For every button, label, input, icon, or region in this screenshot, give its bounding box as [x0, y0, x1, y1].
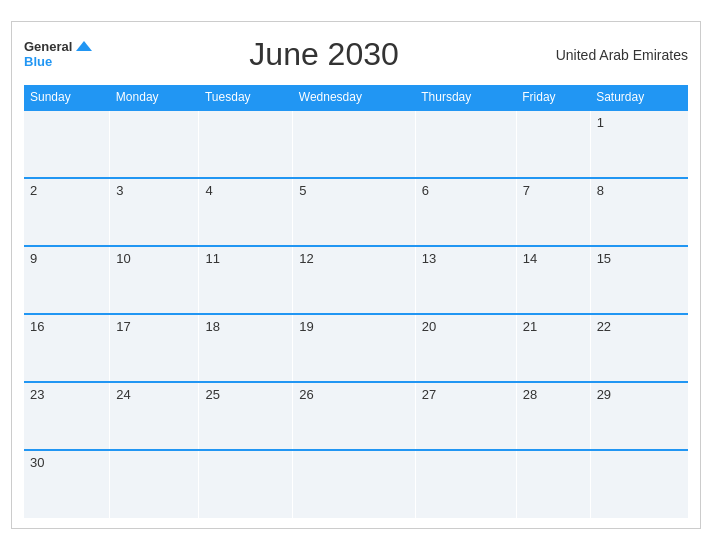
calendar-day-cell [110, 110, 199, 178]
calendar-day-cell: 1 [590, 110, 688, 178]
calendar-day-cell: 29 [590, 382, 688, 450]
day-number: 25 [205, 387, 219, 402]
calendar-day-cell: 9 [24, 246, 110, 314]
day-number: 6 [422, 183, 429, 198]
day-number: 3 [116, 183, 123, 198]
calendar-week-row: 23242526272829 [24, 382, 688, 450]
month-title: June 2030 [249, 36, 398, 73]
calendar-day-cell: 11 [199, 246, 293, 314]
day-number: 18 [205, 319, 219, 334]
calendar-day-cell: 8 [590, 178, 688, 246]
day-number: 20 [422, 319, 436, 334]
day-number: 28 [523, 387, 537, 402]
calendar-day-cell [199, 450, 293, 518]
day-number: 17 [116, 319, 130, 334]
logo-triangle-icon [76, 41, 92, 51]
calendar-day-cell: 12 [293, 246, 415, 314]
calendar-day-cell: 13 [415, 246, 516, 314]
header-wednesday: Wednesday [293, 85, 415, 110]
day-number: 16 [30, 319, 44, 334]
calendar-day-cell: 7 [516, 178, 590, 246]
calendar-day-cell: 5 [293, 178, 415, 246]
day-number: 27 [422, 387, 436, 402]
calendar-day-cell: 10 [110, 246, 199, 314]
day-number: 23 [30, 387, 44, 402]
header-tuesday: Tuesday [199, 85, 293, 110]
day-number: 15 [597, 251, 611, 266]
calendar-day-cell: 14 [516, 246, 590, 314]
calendar-day-cell [293, 450, 415, 518]
calendar-day-cell [415, 110, 516, 178]
day-number: 4 [205, 183, 212, 198]
calendar-day-cell: 18 [199, 314, 293, 382]
calendar-day-cell [516, 110, 590, 178]
calendar-day-cell: 17 [110, 314, 199, 382]
calendar-day-cell: 28 [516, 382, 590, 450]
calendar-day-cell: 6 [415, 178, 516, 246]
region-label: United Arab Emirates [556, 47, 688, 63]
calendar-week-row: 30 [24, 450, 688, 518]
calendar-day-cell: 15 [590, 246, 688, 314]
logo-blue-text: Blue [24, 55, 52, 69]
calendar-day-cell [293, 110, 415, 178]
weekday-header-row: Sunday Monday Tuesday Wednesday Thursday… [24, 85, 688, 110]
day-number: 10 [116, 251, 130, 266]
calendar-day-cell: 27 [415, 382, 516, 450]
header-sunday: Sunday [24, 85, 110, 110]
day-number: 29 [597, 387, 611, 402]
calendar-day-cell: 2 [24, 178, 110, 246]
calendar-day-cell: 25 [199, 382, 293, 450]
calendar-day-cell: 16 [24, 314, 110, 382]
day-number: 8 [597, 183, 604, 198]
day-number: 5 [299, 183, 306, 198]
calendar-week-row: 16171819202122 [24, 314, 688, 382]
day-number: 14 [523, 251, 537, 266]
calendar-day-cell: 19 [293, 314, 415, 382]
calendar-grid: Sunday Monday Tuesday Wednesday Thursday… [24, 85, 688, 518]
calendar-container: General Blue June 2030 United Arab Emira… [11, 21, 701, 529]
day-number: 11 [205, 251, 219, 266]
calendar-week-row: 9101112131415 [24, 246, 688, 314]
calendar-day-cell: 20 [415, 314, 516, 382]
day-number: 22 [597, 319, 611, 334]
calendar-day-cell [110, 450, 199, 518]
day-number: 2 [30, 183, 37, 198]
calendar-body: 1234567891011121314151617181920212223242… [24, 110, 688, 518]
calendar-week-row: 2345678 [24, 178, 688, 246]
calendar-day-cell [24, 110, 110, 178]
day-number: 9 [30, 251, 37, 266]
day-number: 12 [299, 251, 313, 266]
calendar-day-cell: 4 [199, 178, 293, 246]
calendar-day-cell: 30 [24, 450, 110, 518]
day-number: 21 [523, 319, 537, 334]
header-thursday: Thursday [415, 85, 516, 110]
header-saturday: Saturday [590, 85, 688, 110]
calendar-day-cell [415, 450, 516, 518]
day-number: 13 [422, 251, 436, 266]
calendar-day-cell [590, 450, 688, 518]
calendar-day-cell [516, 450, 590, 518]
calendar-day-cell: 21 [516, 314, 590, 382]
logo: General Blue [24, 40, 92, 69]
calendar-day-cell [199, 110, 293, 178]
day-number: 26 [299, 387, 313, 402]
calendar-day-cell: 3 [110, 178, 199, 246]
header-friday: Friday [516, 85, 590, 110]
day-number: 24 [116, 387, 130, 402]
day-number: 19 [299, 319, 313, 334]
calendar-day-cell: 26 [293, 382, 415, 450]
calendar-day-cell: 23 [24, 382, 110, 450]
calendar-day-cell: 24 [110, 382, 199, 450]
calendar-week-row: 1 [24, 110, 688, 178]
day-number: 7 [523, 183, 530, 198]
day-number: 1 [597, 115, 604, 130]
logo-general-text: General [24, 40, 72, 54]
day-number: 30 [30, 455, 44, 470]
header-monday: Monday [110, 85, 199, 110]
calendar-day-cell: 22 [590, 314, 688, 382]
calendar-header: General Blue June 2030 United Arab Emira… [24, 32, 688, 77]
